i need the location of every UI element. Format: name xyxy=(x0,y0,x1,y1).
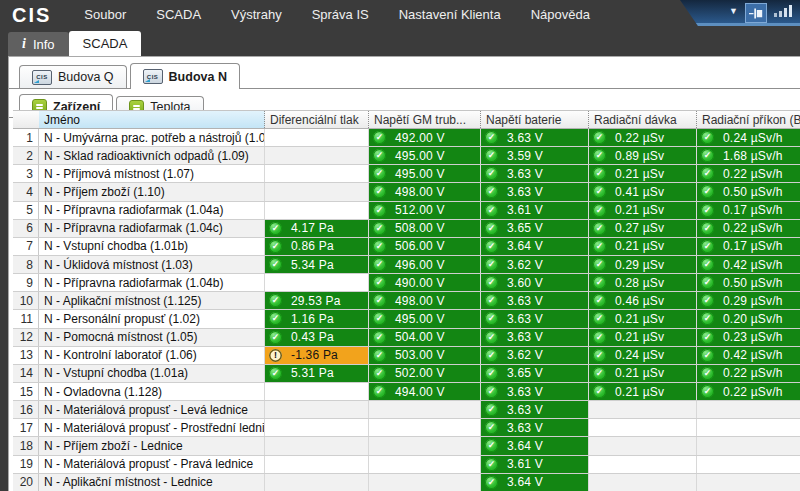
cell-value: 0.21 µSv xyxy=(615,239,664,253)
check-icon: ✓ xyxy=(269,331,282,344)
cell-bat: ✓3.63 V xyxy=(481,329,589,346)
cell-value: 496.00 V xyxy=(395,258,445,272)
header-radiacni-davka[interactable]: Radiační dávka xyxy=(589,111,697,128)
scada-page: CIS Budova Q CIS Budova N Zařízení Teplo… xyxy=(8,56,800,491)
table-row[interactable]: 1N - Umývárna prac. potřeb a nástrojů (1… xyxy=(13,129,800,147)
cell-prikon xyxy=(697,456,800,473)
check-icon: ✓ xyxy=(701,204,714,217)
check-icon: ✓ xyxy=(593,185,606,198)
cell-value: 0.46 µSv xyxy=(615,294,664,308)
check-icon: ✓ xyxy=(701,149,714,162)
cell-value: 0.29 µSv/h xyxy=(723,294,783,308)
status-chip-ok: ✓0.21 µSv xyxy=(589,329,696,346)
cell-name: N - Příjem zboží (1.10) xyxy=(39,183,265,200)
cell-value: 3.63 V xyxy=(507,385,543,399)
check-icon: ✓ xyxy=(593,385,606,398)
status-chip-ok: ✓0.46 µSv xyxy=(589,292,696,309)
row-number: 17 xyxy=(13,419,39,436)
check-icon: ✓ xyxy=(373,131,386,144)
cell-value: 504.00 V xyxy=(395,330,445,344)
status-chip-ok: ✓504.00 V xyxy=(369,329,480,346)
table-row[interactable]: 2N - Sklad radioaktivních odpadů (1.09)✓… xyxy=(13,147,800,165)
cell-value: 502.00 V xyxy=(395,366,445,380)
tab-budova-q[interactable]: CIS Budova Q xyxy=(19,65,127,88)
cell-gm: ✓503.00 V xyxy=(369,347,481,364)
row-number: 19 xyxy=(13,456,39,473)
status-chip-ok: ✓0.23 µSv/h xyxy=(697,329,800,346)
table-row[interactable]: 19N - Materiálová propusť - Pravá lednic… xyxy=(13,456,800,474)
cell-gm: ✓498.00 V xyxy=(369,292,481,309)
status-chip-ok: ✓495.00 V xyxy=(369,147,480,164)
check-icon: ✓ xyxy=(485,312,498,325)
header-napeti-baterie[interactable]: Napětí baterie xyxy=(481,111,589,128)
status-chip-ok: ✓3.60 V xyxy=(481,274,588,291)
header-radiacni-prikon[interactable]: Radiační příkon (Bu xyxy=(697,111,800,128)
table-row[interactable]: 3N - Příjmová místnost (1.07)✓495.00 V✓3… xyxy=(13,165,800,183)
cell-name: N - Sklad radioaktivních odpadů (1.09) xyxy=(39,147,265,164)
table-row[interactable]: 9N - Přípravna radiofarmak (1.04b)✓490.0… xyxy=(13,274,800,292)
check-icon: ✓ xyxy=(373,312,386,325)
status-chip-ok: ✓3.59 V xyxy=(481,147,588,164)
cell-name: N - Materiálová propusť - Pravá lednice xyxy=(39,456,265,473)
cell-davka xyxy=(589,437,697,454)
menu-soubor[interactable]: Soubor xyxy=(69,0,141,30)
tab-info[interactable]: i Info xyxy=(8,32,69,56)
check-icon: ✓ xyxy=(373,167,386,180)
check-icon: ✓ xyxy=(593,222,606,235)
table-row[interactable]: 4N - Příjem zboží (1.10)✓498.00 V✓3.63 V… xyxy=(13,183,800,201)
cell-tlak xyxy=(265,202,369,219)
cell-name: N - Příjem zboží - Lednice xyxy=(39,437,265,454)
tab-budova-n[interactable]: CIS Budova N xyxy=(130,63,240,89)
menu-vystrahy[interactable]: Výstrahy xyxy=(216,0,297,30)
table-row[interactable]: 8N - Úklidová místnost (1.03)✓5.34 Pa✓49… xyxy=(13,256,800,274)
cell-gm: ✓490.00 V xyxy=(369,274,481,291)
status-chip-ok: ✓3.63 V xyxy=(481,310,588,327)
table-row[interactable]: 14N - Vstupní chodba (1.01a)✓5.31 Pa✓502… xyxy=(13,365,800,383)
check-icon: ✓ xyxy=(485,403,498,416)
menu-napoveda[interactable]: Nápověda xyxy=(516,0,605,30)
menu-nastaveni-klienta[interactable]: Nastavení Klienta xyxy=(384,0,516,30)
cell-name: N - Kontrolní laboratoř (1.06) xyxy=(39,347,265,364)
chevron-down-icon[interactable]: ▼ xyxy=(729,7,738,19)
cell-davka: ✓0.89 µSv xyxy=(589,147,697,164)
cell-davka: ✓0.21 µSv xyxy=(589,202,697,219)
cell-value: 3.64 V xyxy=(507,475,543,489)
table-row[interactable]: 11N - Personální propusť (1.02)✓1.16 Pa✓… xyxy=(13,310,800,328)
cell-name: N - Přípravna radiofarmak (1.04c) xyxy=(39,220,265,237)
cell-value: 3.62 V xyxy=(507,258,543,272)
cell-value: 0.21 µSv xyxy=(615,330,664,344)
table-row[interactable]: 13N - Kontrolní laboratoř (1.06)!-1.36 P… xyxy=(13,347,800,365)
table-row[interactable]: 15N - Ovladovna (1.128)✓494.00 V✓3.63 V✓… xyxy=(13,383,800,401)
signal-bars-icon[interactable] xyxy=(774,7,792,19)
status-chip-ok: ✓3.65 V xyxy=(481,220,588,237)
check-icon: ✓ xyxy=(593,331,606,344)
cell-value: 0.20 µSv/h xyxy=(723,312,783,326)
cell-value: 0.22 µSv/h xyxy=(723,385,783,399)
check-icon: ✓ xyxy=(485,149,498,162)
table-row[interactable]: 10N - Aplikační místnost (1.125)✓29.53 P… xyxy=(13,292,800,310)
cell-tlak: ✓29.53 Pa xyxy=(265,292,369,309)
header-diferencialni-tlak[interactable]: Diferenciální tlak xyxy=(265,111,369,128)
header-napeti-gm[interactable]: Napětí GM trub... xyxy=(369,111,481,128)
menu-scada[interactable]: SCADA xyxy=(141,0,216,30)
check-icon: ✓ xyxy=(701,167,714,180)
tab-scada[interactable]: SCADA xyxy=(69,31,142,56)
table-row[interactable]: 7N - Vstupní chodba (1.01b)✓0.86 Pa✓506.… xyxy=(13,238,800,256)
table-row[interactable]: 17N - Materiálová propusť - Prostřední l… xyxy=(13,419,800,437)
header-jmeno[interactable]: Jméno xyxy=(39,111,265,128)
table-row[interactable]: 20N - Aplikační místnost - Lednice✓3.64 … xyxy=(13,474,800,491)
cell-prikon: ✓0.50 µSv/h xyxy=(697,183,800,200)
table-row[interactable]: 18N - Příjem zboží - Lednice✓3.64 V xyxy=(13,437,800,455)
pin-button[interactable] xyxy=(745,3,767,23)
cell-name: N - Pomocná místnost (1.05) xyxy=(39,329,265,346)
check-icon: ✓ xyxy=(269,312,282,325)
table-row[interactable]: 5N - Přípravna radiofarmak (1.04a)✓512.0… xyxy=(13,202,800,220)
table-row[interactable]: 6N - Přípravna radiofarmak (1.04c)✓4.17 … xyxy=(13,220,800,238)
cell-gm: ✓504.00 V xyxy=(369,329,481,346)
status-chip-ok: ✓0.50 µSv/h xyxy=(697,274,800,291)
cell-prikon: ✓0.29 µSv/h xyxy=(697,292,800,309)
table-row[interactable]: 12N - Pomocná místnost (1.05)✓0.43 Pa✓50… xyxy=(13,329,800,347)
menu-sprava-is[interactable]: Správa IS xyxy=(297,0,384,30)
table-row[interactable]: 16N - Materiálová propusť - Levá lednice… xyxy=(13,401,800,419)
cell-value: 3.63 V xyxy=(507,330,543,344)
